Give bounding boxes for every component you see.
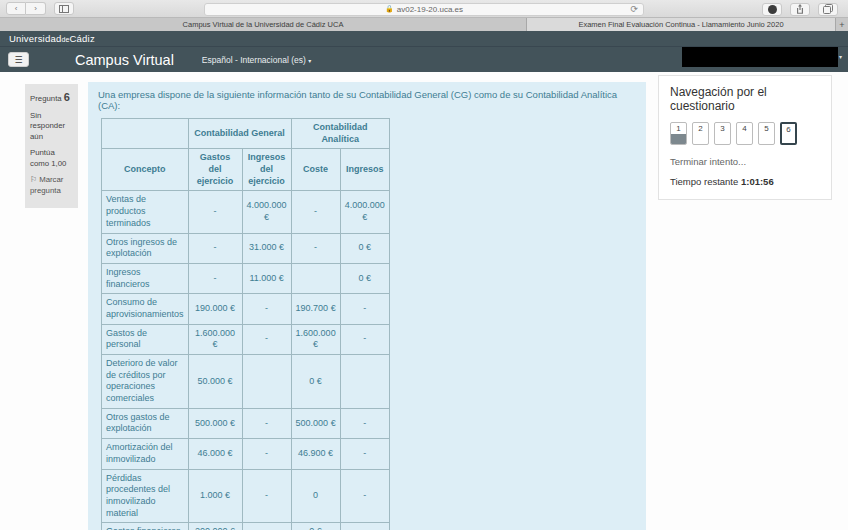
new-tab-icon: +	[839, 20, 844, 30]
row-value-cell: 46.000 €	[188, 439, 242, 469]
row-concept-cell: Otros gastos de explotación	[102, 408, 189, 438]
question-box-number: 1	[676, 124, 680, 144]
quiz-nav-question-2[interactable]: 2	[692, 122, 709, 145]
row-value-cell: -	[242, 294, 291, 324]
col-header-coste: Coste	[291, 149, 340, 191]
uca-logo: UniversidaddeCádiz	[9, 33, 95, 44]
quiz-page: Pregunta 6 Sin responder aún Puntúa como…	[0, 72, 848, 530]
hamburger-icon: ☰	[14, 55, 22, 65]
row-concept-cell: Ingresos financieros	[102, 263, 189, 293]
question-label: Pregunta	[30, 94, 62, 103]
row-value-cell: -	[291, 233, 340, 263]
question-content: Una empresa dispone de la siguiente info…	[88, 82, 646, 530]
tab-examen-final[interactable]: Examen Final Evaluación Continua - Llama…	[527, 18, 836, 31]
site-title[interactable]: Campus Virtual	[75, 52, 174, 68]
table-row: Otros ingresos de explotación-31.000 €-0…	[102, 233, 390, 263]
row-value-cell: 500.000 €	[188, 408, 242, 438]
quiz-nav-title: Navegación por el cuestionario	[670, 85, 820, 113]
row-value-cell	[291, 263, 340, 293]
tab-bar: Campus Virtual de la Universidad de Cádi…	[0, 18, 848, 31]
tab-label: Examen Final Evaluación Continua - Llama…	[578, 20, 783, 29]
quiz-nav-question-6[interactable]: 6	[780, 122, 797, 145]
row-value-cell: -	[340, 523, 389, 530]
language-selector[interactable]: Español - Internacional (es) ▾	[202, 55, 311, 65]
quiz-nav-question-1[interactable]: 1	[670, 122, 687, 145]
table-row: Deterioro de valor de créditos por opera…	[102, 355, 390, 409]
flag-question-link[interactable]: ⚐ Marcar pregunta	[30, 175, 73, 196]
menu-button[interactable]: ☰	[8, 52, 29, 67]
share-button[interactable]	[790, 3, 810, 16]
time-value: 1:01:56	[741, 176, 774, 187]
quiz-nav-questions: 123456	[670, 122, 820, 145]
tabs-icon	[823, 4, 833, 14]
table-row: Gastos de personal1.600.000 €-1.600.000 …	[102, 324, 390, 354]
forward-button[interactable]: ›	[26, 2, 46, 15]
logo-part: Universidad	[9, 33, 61, 44]
lock-icon: 🔒	[385, 5, 394, 13]
row-value-cell: 4.000.000 €	[242, 191, 291, 233]
row-value-cell: -	[340, 324, 389, 354]
col-header-gastos: Gastos del ejercicio	[188, 149, 242, 191]
row-value-cell: -	[188, 263, 242, 293]
row-value-cell: -	[242, 408, 291, 438]
question-box-number: 2	[698, 124, 702, 144]
row-value-cell: -	[340, 469, 389, 523]
row-value-cell: -	[188, 233, 242, 263]
row-concept-cell: Amortización del inmovilizado	[102, 439, 189, 469]
browser-toolbar: ‹ › 🔒 av02-19-20.uca.es ⟳	[0, 0, 848, 18]
address-bar[interactable]: 🔒 av02-19-20.uca.es ⟳	[204, 3, 644, 16]
accounting-table: Contabilidad General Contabilidad Analít…	[101, 118, 390, 530]
table-corner-cell	[102, 119, 189, 149]
time-remaining: Tiempo restante 1:01:56	[670, 176, 820, 187]
row-value-cell: 190.700 €	[291, 294, 340, 324]
share-icon	[796, 4, 804, 14]
row-value-cell: 46.900 €	[291, 439, 340, 469]
time-label: Tiempo restante	[670, 176, 741, 187]
row-value-cell: 1.000 €	[188, 469, 242, 523]
row-value-cell: -	[188, 191, 242, 233]
question-info-panel: Pregunta 6 Sin responder aún Puntúa como…	[25, 84, 78, 208]
question-status: Sin responder aún	[30, 111, 73, 143]
table-row: Ventas de productos terminados-4.000.000…	[102, 191, 390, 233]
row-concept-cell: Otros ingresos de explotación	[102, 233, 189, 263]
tab-overview-button[interactable]	[818, 3, 838, 16]
row-value-cell: -	[340, 439, 389, 469]
quiz-nav-question-3[interactable]: 3	[714, 122, 731, 145]
sidebar-toggle-button[interactable]	[54, 2, 74, 15]
row-concept-cell: Ventas de productos terminados	[102, 191, 189, 233]
back-button[interactable]: ‹	[6, 2, 26, 15]
row-value-cell: 11.000 €	[242, 263, 291, 293]
row-value-cell	[242, 355, 291, 409]
row-concept-cell: Gastos financieros	[102, 523, 189, 530]
tab-label: Campus Virtual de la Universidad de Cádi…	[183, 20, 344, 29]
new-tab-button[interactable]: +	[836, 18, 848, 31]
col-header-concepto: Concepto	[102, 149, 189, 191]
browser-window: ‹ › 🔒 av02-19-20.uca.es ⟳ Campus Virtual…	[0, 0, 848, 530]
quiz-nav-question-4[interactable]: 4	[736, 122, 753, 145]
campus-header: ☰ Campus Virtual Español - Internacional…	[0, 47, 848, 72]
row-value-cell: 4.000.000 €	[340, 191, 389, 233]
row-value-cell: 200.000 €	[188, 523, 242, 530]
row-value-cell: -	[242, 324, 291, 354]
logo-part: de	[61, 36, 69, 43]
user-menu-redacted[interactable]	[682, 47, 838, 67]
table-row: Ingresos financieros-11.000 €0 €	[102, 263, 390, 293]
flag-icon: ⚐	[30, 175, 37, 184]
accounting-table-body: Ventas de productos terminados-4.000.000…	[102, 191, 390, 530]
row-value-cell: -	[340, 408, 389, 438]
refresh-icon[interactable]: ⟳	[630, 4, 638, 14]
tab-campus-virtual[interactable]: Campus Virtual de la Universidad de Cádi…	[0, 18, 527, 31]
question-number: 6	[64, 91, 70, 103]
table-row: Consumo de aprovisionamientos190.000 €-1…	[102, 294, 390, 324]
extension-button[interactable]	[762, 3, 782, 16]
row-value-cell: -	[242, 469, 291, 523]
row-value-cell: 500.000 €	[291, 408, 340, 438]
finish-attempt-link[interactable]: Terminar intento...	[670, 156, 820, 167]
row-value-cell: 31.000 €	[242, 233, 291, 263]
row-value-cell: -	[242, 523, 291, 530]
question-box-number: 3	[720, 124, 724, 144]
row-value-cell: 0 €	[340, 263, 389, 293]
user-caret-down-icon: ▾	[839, 53, 842, 60]
quiz-nav-question-5[interactable]: 5	[758, 122, 775, 145]
table-row: Gastos financieros200.000 €-0 €-	[102, 523, 390, 530]
